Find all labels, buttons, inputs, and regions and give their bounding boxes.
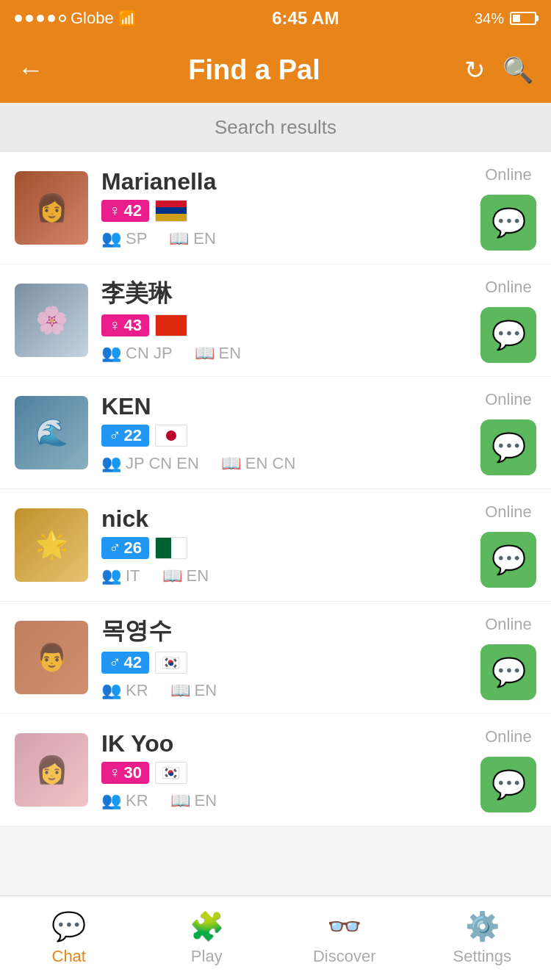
speak-lang: 👥 KR [101,791,148,810]
read-lang: 📖 EN [170,791,217,810]
tab-chat[interactable]: 💬 Chat [0,896,138,980]
speak-langs-text: JP CN EN [126,454,199,473]
avatar: 👩 [15,171,88,245]
chat-button[interactable]: 💬 [480,532,536,588]
online-status: Online [485,165,532,184]
read-langs-text: EN [187,566,209,586]
speak-icon: 👥 [101,229,121,248]
dot2 [26,15,33,22]
chat-button[interactable]: 💬 [480,644,536,700]
status-left: Globe 📶 [15,9,137,28]
list-item: 👩 IK Yoo ♀ 30 🇰🇷 👥 KR 📖 EN [0,714,551,826]
online-status: Online [485,615,532,634]
avatar-placeholder: 🌸 [15,284,88,357]
speak-lang: 👥 CN JP [101,344,173,363]
age-value: 22 [124,426,142,445]
flag-icon: 🇰🇷 [155,652,187,674]
user-right: Online 💬 [480,502,536,588]
tab-discover[interactable]: 👓 Discover [276,896,414,980]
status-bar: Globe 📶 6:45 AM 34% [0,0,551,37]
read-langs-text: EN [219,344,242,363]
battery-icon [510,12,536,25]
discover-tab-label: Discover [313,947,376,966]
tab-settings[interactable]: ⚙️ Settings [414,896,552,980]
status-right: 34% [475,10,536,27]
user-right: Online 💬 [480,615,536,700]
speak-icon: 👥 [101,344,121,363]
speak-langs-text: SP [126,229,147,248]
avatar-placeholder: 👩 [15,171,88,245]
speak-icon: 👥 [101,681,121,700]
chat-button[interactable]: 💬 [480,757,536,813]
speak-lang: 👥 SP [101,229,147,248]
user-info: 목영수 ♂ 42 🇰🇷 👥 KR 📖 EN [101,615,467,700]
speak-lang: 👥 JP CN EN [101,454,199,473]
online-status: Online [485,390,532,409]
back-button[interactable]: ← [18,54,44,85]
user-languages: 👥 CN JP 📖 EN [101,344,467,363]
chat-button[interactable]: 💬 [480,307,536,363]
gender-symbol: ♂ [109,426,121,445]
user-languages: 👥 IT 📖 EN [101,566,467,586]
user-name: nick [101,505,467,533]
dot4 [48,15,55,22]
gender-age-badge: ♂ 42 [101,652,149,674]
search-icon[interactable]: 🔍 [503,55,533,84]
list-item: 🌊 KEN ♂ 22 👥 JP CN EN 📖 EN CN [0,377,551,489]
discover-tab-icon: 👓 [327,910,361,943]
user-badges: ♂ 22 [101,425,467,447]
user-right: Online 💬 [480,278,536,363]
refresh-icon[interactable]: ↻ [464,55,485,84]
gender-age-badge: ♀ 42 [101,200,149,222]
gender-symbol: ♀ [109,763,121,782]
online-status: Online [485,502,532,522]
list-item: 🌟 nick ♂ 26 👥 IT 📖 EN [0,489,551,602]
gender-symbol: ♂ [109,653,121,672]
avatar: 🌊 [15,396,88,469]
read-icon: 📖 [170,681,190,700]
read-icon: 📖 [170,791,190,810]
chat-bubble-icon: 💬 [491,656,526,688]
chat-button[interactable]: 💬 [480,419,536,475]
chat-bubble-icon: 💬 [491,206,526,239]
read-langs-text: EN [195,791,217,810]
speak-icon: 👥 [101,454,121,473]
user-languages: 👥 KR 📖 EN [101,681,467,700]
user-name: 목영수 [101,615,467,647]
tab-play[interactable]: 🧩 Play [138,896,276,980]
play-tab-icon: 🧩 [190,910,224,943]
search-results-label: Search results [0,103,551,152]
user-info: KEN ♂ 22 👥 JP CN EN 📖 EN CN [101,393,467,473]
header: ← Find a Pal ↻ 🔍 [0,37,551,103]
speak-langs-text: KR [126,681,148,700]
user-right: Online 💬 [480,390,536,475]
read-lang: 📖 EN CN [221,454,295,473]
user-right: Online 💬 [480,165,536,251]
user-name: IK Yoo [101,730,467,757]
gender-symbol: ♂ [109,538,121,558]
flag-icon [155,537,187,559]
avatar: 👩 [15,733,88,807]
settings-tab-label: Settings [453,947,512,966]
age-value: 30 [124,763,142,782]
page-title: Find a Pal [188,54,320,86]
dot1 [15,15,22,22]
user-right: Online 💬 [480,727,536,813]
avatar-placeholder: 👨 [15,621,88,694]
age-value: 43 [124,316,142,335]
read-icon: 📖 [221,454,241,473]
online-status: Online [485,727,532,746]
read-lang: 📖 EN [170,681,217,700]
dot5 [59,15,66,22]
speak-icon: 👥 [101,791,121,810]
speak-langs-text: KR [126,791,148,810]
user-badges: ♂ 26 [101,537,467,559]
chat-bubble-icon: 💬 [491,431,526,464]
gender-age-badge: ♂ 22 [101,425,149,447]
list-item: 👨 목영수 ♂ 42 🇰🇷 👥 KR 📖 EN [0,602,551,714]
user-info: IK Yoo ♀ 30 🇰🇷 👥 KR 📖 EN [101,730,467,810]
flag-icon [155,314,187,336]
gender-age-badge: ♀ 30 [101,762,149,784]
user-info: nick ♂ 26 👥 IT 📖 EN [101,505,467,586]
chat-button[interactable]: 💬 [480,195,536,251]
